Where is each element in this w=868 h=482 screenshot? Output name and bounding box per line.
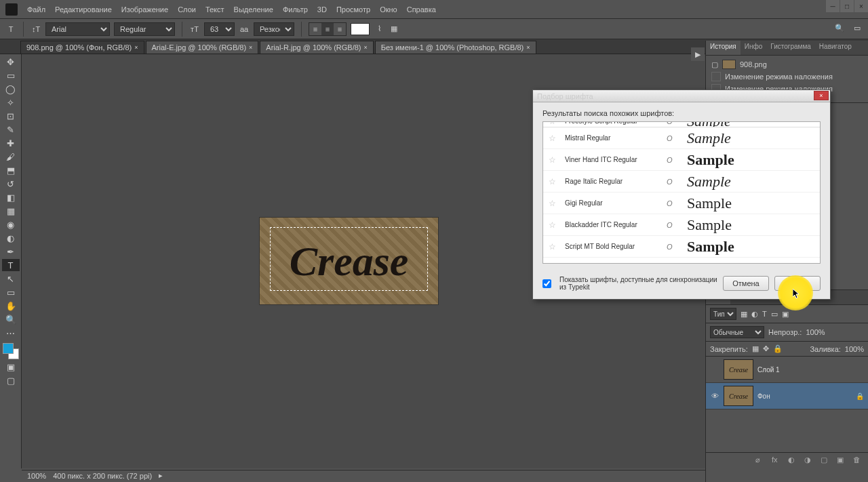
screenmode-button[interactable]: ▢ [2, 374, 20, 386]
doc-tab-1[interactable]: Arial-E.jpg @ 100% (RGB/8)× [146, 41, 259, 54]
color-swatches[interactable] [3, 343, 19, 359]
filter-adjust-icon[interactable]: ◐ [751, 310, 758, 319]
font-weight-select[interactable]: Regular [114, 22, 175, 36]
group-icon[interactable]: ▢ [821, 456, 830, 465]
doc-tab-2[interactable]: Arial-R.jpg @ 100% (RGB/8)× [260, 41, 373, 54]
edit-toolbar-button[interactable]: ⋯ [2, 327, 20, 339]
font-row[interactable]: ☆ Mistral Regular O Sample [543, 127, 820, 149]
font-results-list[interactable]: ☆ Freestyle Script Regular O Sample ☆ Mi… [542, 121, 821, 264]
adjustment-icon[interactable]: ◑ [804, 456, 814, 465]
hand-tool[interactable]: ✋ [2, 300, 20, 312]
favorite-icon[interactable]: ☆ [549, 155, 558, 165]
dodge-tool[interactable]: ◐ [2, 232, 20, 244]
favorite-icon[interactable]: ☆ [549, 177, 558, 186]
filter-shape-icon[interactable]: ▭ [771, 310, 778, 319]
typekit-checkbox[interactable] [542, 279, 551, 288]
ok-button[interactable]: OK [774, 276, 821, 291]
link-layers-icon[interactable]: ⌀ [755, 456, 765, 465]
menu-window[interactable]: Окно [377, 3, 400, 16]
font-row[interactable]: ☆ Viner Hand ITC Regular O Sample [543, 149, 820, 171]
stamp-tool[interactable]: ⬒ [2, 164, 20, 176]
font-size-select[interactable]: 63 пт [204, 22, 235, 36]
favorite-icon[interactable]: ☆ [549, 121, 558, 126]
opacity-value[interactable]: 100% [806, 328, 825, 336]
window-maximize-button[interactable]: □ [840, 0, 854, 12]
move-tool[interactable]: ✥ [2, 56, 20, 68]
path-tool[interactable]: ↖ [2, 273, 20, 285]
filter-image-icon[interactable]: ▦ [741, 310, 747, 319]
favorite-icon[interactable]: ☆ [549, 220, 558, 230]
menu-select[interactable]: Выделение [231, 3, 276, 16]
history-brush-tool[interactable]: ↺ [2, 178, 20, 190]
shape-tool[interactable]: ▭ [2, 286, 20, 298]
menu-image[interactable]: Изображение [119, 3, 171, 16]
doc-tab-0[interactable]: 908.png @ 100% (Фон, RGB/8)× [20, 41, 144, 54]
text-color-swatch[interactable] [351, 23, 370, 35]
lasso-tool[interactable]: ◯ [2, 83, 20, 95]
favorite-icon[interactable]: ☆ [549, 199, 558, 208]
layer-row-1[interactable]: Crease Слой 1 [706, 357, 868, 383]
menu-text[interactable]: Текст [203, 3, 227, 16]
search-icon[interactable]: 🔍 [834, 22, 845, 33]
brush-tool[interactable]: 🖌 [2, 150, 20, 163]
menu-filter[interactable]: Фильтр [280, 3, 311, 16]
font-row[interactable]: ☆ Gigi Regular O Sample [543, 193, 820, 214]
font-row[interactable]: ☆ Blackadder ITC Regular O Sample [543, 214, 820, 236]
font-row[interactable]: ☆ Freestyle Script Regular O Sample [543, 121, 820, 127]
dialog-titlebar[interactable]: Подбор шрифта × [533, 90, 830, 102]
font-family-select[interactable]: Arial [45, 22, 110, 36]
marquee-tool[interactable]: ▭ [2, 69, 20, 81]
new-layer-icon[interactable]: ▣ [837, 456, 846, 465]
heal-tool[interactable]: ✚ [2, 137, 20, 149]
blend-mode-select[interactable]: Обычные [710, 326, 764, 338]
lock-position-icon[interactable]: ✥ [763, 344, 769, 353]
mask-icon[interactable]: ◐ [788, 456, 797, 465]
character-panel-icon[interactable]: ▦ [389, 24, 399, 35]
tab-history[interactable]: История [706, 41, 741, 55]
quickmask-button[interactable]: ▣ [2, 361, 20, 373]
close-icon[interactable]: × [363, 44, 367, 51]
text-orientation-icon[interactable]: ↕T [31, 24, 41, 35]
align-right-button[interactable]: ≡ [334, 23, 346, 35]
crop-tool[interactable]: ⊡ [2, 110, 20, 122]
align-center-button[interactable]: ≡ [321, 23, 334, 35]
text-tool[interactable]: T [2, 259, 20, 271]
font-row[interactable]: ☆ Rage Italic Regular O Sample [543, 171, 820, 193]
warp-text-icon[interactable]: ⌇ [374, 24, 384, 35]
cancel-button[interactable]: Отмена [723, 276, 769, 291]
history-step[interactable]: Изменение режима наложения [709, 71, 865, 83]
menu-view[interactable]: Просмотр [334, 3, 373, 16]
history-snapshot[interactable]: ▢908.png [709, 58, 865, 71]
filter-smart-icon[interactable]: ▣ [782, 310, 789, 319]
gradient-tool[interactable]: ▦ [2, 205, 20, 217]
eyedropper-tool[interactable]: ✎ [2, 123, 20, 136]
font-row[interactable]: ☆ Script MT Bold Regular O Sample [543, 236, 820, 258]
zoom-tool[interactable]: 🔍 [2, 313, 20, 325]
filter-text-icon[interactable]: T [762, 310, 767, 318]
visibility-toggle[interactable]: 👁 [710, 392, 719, 400]
favorite-icon[interactable]: ☆ [549, 242, 558, 252]
window-close-button[interactable]: × [854, 0, 868, 12]
lock-all-icon[interactable]: 🔒 [773, 344, 783, 353]
blur-tool[interactable]: ◉ [2, 218, 20, 230]
close-icon[interactable]: × [249, 44, 252, 51]
tab-info[interactable]: Инфо [741, 41, 767, 55]
chevron-right-icon[interactable]: ▸ [159, 471, 163, 480]
lock-pixels-icon[interactable]: ▦ [752, 344, 759, 353]
tab-navigator[interactable]: Навигатор [815, 41, 856, 55]
menu-3d[interactable]: 3D [315, 3, 330, 16]
close-icon[interactable]: × [526, 44, 530, 51]
menu-layer[interactable]: Слои [175, 3, 199, 16]
dialog-close-button[interactable]: × [814, 91, 829, 100]
fill-value[interactable]: 100% [845, 345, 864, 353]
favorite-icon[interactable]: ☆ [549, 134, 558, 143]
fg-color-swatch[interactable] [3, 343, 14, 354]
eraser-tool[interactable]: ◧ [2, 191, 20, 203]
delete-layer-icon[interactable]: 🗑 [853, 456, 863, 465]
tab-histogram[interactable]: Гистограмма [766, 41, 815, 55]
window-minimize-button[interactable]: ─ [826, 0, 840, 12]
layer-kind-select[interactable]: Тип [710, 308, 736, 320]
play-icon[interactable]: ▶ [691, 47, 705, 61]
wand-tool[interactable]: ✧ [2, 96, 20, 108]
align-left-button[interactable]: ≡ [309, 23, 321, 35]
